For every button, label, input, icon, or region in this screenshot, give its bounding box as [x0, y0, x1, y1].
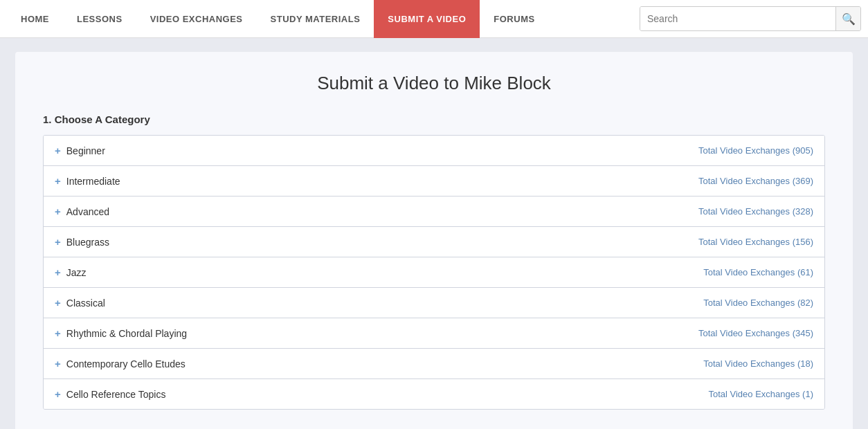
category-row[interactable]: +IntermediateTotal Video Exchanges (369) — [44, 166, 824, 197]
nav-item-home[interactable]: HOME — [7, 0, 63, 38]
plus-icon: + — [55, 297, 61, 309]
category-row[interactable]: +BluegrassTotal Video Exchanges (156) — [44, 227, 824, 257]
nav-item-lessons[interactable]: LESSONS — [63, 0, 136, 38]
nav-items: HOMELESSONSVIDEO EXCHANGESSTUDY MATERIAL… — [7, 0, 640, 38]
category-name: Jazz — [66, 267, 87, 278]
page-title: Submit a Video to Mike Block — [43, 73, 825, 94]
search-input[interactable] — [640, 7, 835, 30]
category-exchanges-link[interactable]: Total Video Exchanges (1) — [708, 389, 813, 399]
category-exchanges-link[interactable]: Total Video Exchanges (156) — [698, 237, 813, 247]
nav-item-forums[interactable]: FORUMS — [480, 0, 548, 38]
category-row[interactable]: +Contemporary Cello EtudesTotal Video Ex… — [44, 349, 824, 379]
category-name: Beginner — [66, 145, 105, 156]
search-button[interactable]: 🔍 — [835, 7, 860, 30]
plus-icon: + — [55, 266, 61, 278]
category-name: Rhythmic & Chordal Playing — [66, 328, 187, 339]
category-row[interactable]: +JazzTotal Video Exchanges (61) — [44, 257, 824, 288]
category-exchanges-link[interactable]: Total Video Exchanges (82) — [703, 298, 813, 308]
category-name: Bluegrass — [66, 237, 109, 248]
category-exchanges-link[interactable]: Total Video Exchanges (328) — [698, 206, 813, 217]
category-exchanges-link[interactable]: Total Video Exchanges (61) — [703, 267, 813, 277]
category-exchanges-link[interactable]: Total Video Exchanges (905) — [698, 145, 813, 156]
plus-icon: + — [55, 145, 61, 156]
plus-icon: + — [55, 388, 61, 400]
category-row[interactable]: +Cello Reference TopicsTotal Video Excha… — [44, 379, 824, 409]
category-row[interactable]: +BeginnerTotal Video Exchanges (905) — [44, 136, 824, 166]
nav-item-submit-a-video[interactable]: SUBMIT A VIDEO — [374, 0, 480, 38]
plus-icon: + — [55, 327, 61, 339]
category-name: Contemporary Cello Etudes — [66, 358, 186, 369]
category-name: Classical — [66, 298, 105, 309]
category-exchanges-link[interactable]: Total Video Exchanges (369) — [698, 176, 813, 186]
category-exchanges-link[interactable]: Total Video Exchanges (18) — [703, 358, 813, 369]
main-content: Submit a Video to Mike Block 1. Choose A… — [15, 52, 853, 429]
category-name: Cello Reference Topics — [66, 389, 166, 400]
section-header: 1. Choose A Category — [43, 113, 825, 125]
nav-item-video-exchanges[interactable]: VIDEO EXCHANGES — [136, 0, 257, 38]
nav-item-study-materials[interactable]: STUDY MATERIALS — [257, 0, 374, 38]
category-row[interactable]: +Rhythmic & Chordal PlayingTotal Video E… — [44, 318, 824, 349]
category-row[interactable]: +ClassicalTotal Video Exchanges (82) — [44, 288, 824, 318]
category-name: Advanced — [66, 206, 109, 217]
category-list: +BeginnerTotal Video Exchanges (905)+Int… — [43, 135, 825, 410]
plus-icon: + — [55, 358, 61, 369]
search-container: 🔍 — [640, 6, 861, 31]
category-exchanges-link[interactable]: Total Video Exchanges (345) — [698, 328, 813, 338]
category-row[interactable]: +AdvancedTotal Video Exchanges (328) — [44, 197, 824, 227]
main-nav: HOMELESSONSVIDEO EXCHANGESSTUDY MATERIAL… — [0, 0, 868, 38]
plus-icon: + — [55, 206, 61, 217]
plus-icon: + — [55, 175, 61, 187]
plus-icon: + — [55, 236, 61, 248]
category-name: Intermediate — [66, 176, 120, 187]
